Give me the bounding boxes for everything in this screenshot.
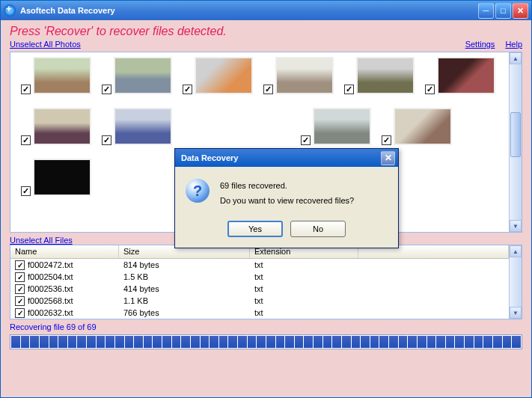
- photo-checkbox[interactable]: [382, 135, 391, 145]
- photo-checkbox[interactable]: [301, 135, 311, 145]
- photo-checkbox[interactable]: [425, 85, 435, 94]
- photo-item[interactable]: [183, 57, 253, 94]
- files-section: Unselect All Files Name Size Extension f…: [10, 236, 522, 319]
- photo-item[interactable]: [263, 57, 334, 94]
- photo-checkbox[interactable]: [102, 85, 111, 94]
- photo-item[interactable]: [102, 57, 172, 94]
- settings-link[interactable]: Settings: [465, 40, 495, 49]
- yes-button[interactable]: Yes: [227, 221, 283, 237]
- photo-item[interactable]: [344, 57, 415, 94]
- photo-item[interactable]: [21, 159, 91, 196]
- photo-thumbnail[interactable]: [313, 108, 371, 145]
- scrollbar-handle[interactable]: [510, 112, 521, 157]
- file-row[interactable]: f0002472.txt814 bytestxt: [10, 259, 509, 271]
- file-row[interactable]: f0002568.txt1.1 KBtxt: [10, 295, 509, 307]
- column-name[interactable]: Name: [10, 245, 119, 258]
- file-checkbox[interactable]: [15, 284, 25, 294]
- help-link[interactable]: Help: [505, 40, 522, 49]
- photo-item[interactable]: [425, 57, 495, 94]
- files-scrollbar[interactable]: ▲ ▼: [509, 245, 522, 319]
- file-row[interactable]: f0002632.txt766 bytestxt: [10, 307, 509, 319]
- file-size: 1.5 KB: [119, 272, 250, 281]
- file-name: f0002536.txt: [28, 284, 73, 293]
- file-checkbox[interactable]: [15, 296, 25, 306]
- file-size: 414 bytes: [119, 284, 250, 293]
- scroll-up-icon[interactable]: ▲: [510, 245, 522, 257]
- app-icon: [4, 4, 16, 16]
- scroll-down-icon[interactable]: ▼: [510, 307, 522, 319]
- photo-thumbnail[interactable]: [275, 57, 334, 94]
- photo-checkbox[interactable]: [344, 85, 354, 94]
- file-size: 814 bytes: [119, 260, 250, 269]
- file-row[interactable]: f0002504.txt1.5 KBtxt: [10, 271, 509, 283]
- photo-item[interactable]: [382, 108, 452, 145]
- file-size: 766 bytes: [119, 308, 250, 317]
- close-button[interactable]: ✕: [513, 3, 528, 19]
- scroll-down-icon[interactable]: ▼: [510, 220, 522, 232]
- unselect-all-photos-link[interactable]: Unselect All Photos: [10, 40, 81, 49]
- photo-item[interactable]: [301, 108, 371, 145]
- photo-checkbox[interactable]: [183, 85, 192, 94]
- no-button[interactable]: No: [290, 221, 346, 237]
- file-name: f0002504.txt: [28, 272, 73, 281]
- thumbnails-scrollbar[interactable]: ▲ ▼: [509, 52, 522, 232]
- question-icon: ?: [186, 179, 210, 203]
- photo-checkbox[interactable]: [102, 135, 111, 145]
- photo-thumbnail[interactable]: [33, 57, 91, 94]
- photo-thumbnail[interactable]: [33, 159, 91, 196]
- photo-thumbnail[interactable]: [356, 57, 415, 94]
- photo-thumbnail[interactable]: [437, 57, 495, 94]
- photo-checkbox[interactable]: [21, 186, 31, 196]
- photo-thumbnail[interactable]: [114, 108, 172, 145]
- file-name: f0002472.txt: [28, 260, 73, 269]
- titlebar: Asoftech Data Recovery ─ □ ✕: [1, 1, 531, 20]
- file-checkbox[interactable]: [15, 308, 25, 318]
- photo-thumbnail[interactable]: [114, 57, 172, 94]
- photo-item[interactable]: [102, 108, 172, 145]
- file-row[interactable]: f0002536.txt414 bytestxt: [10, 283, 509, 295]
- dialog-close-button[interactable]: ✕: [381, 151, 395, 165]
- dialog-line2: Do you want to view recovered files?: [220, 194, 354, 209]
- window-buttons: ─ □ ✕: [478, 3, 528, 19]
- file-ext: txt: [250, 260, 358, 269]
- top-links: Unselect All Photos Settings Help: [1, 40, 531, 52]
- photo-thumbnail[interactable]: [394, 108, 452, 145]
- photo-thumbnail[interactable]: [33, 108, 91, 145]
- dialog-line1: 69 files recovered.: [220, 179, 354, 194]
- file-ext: txt: [250, 308, 358, 317]
- instruction-text: Press 'Recover' to recover files detecte…: [1, 20, 531, 40]
- window-title: Asoftech Data Recovery: [20, 6, 478, 15]
- scroll-up-icon[interactable]: ▲: [510, 52, 522, 64]
- dialog-title: Data Recovery: [178, 153, 381, 162]
- photo-item[interactable]: [21, 57, 91, 94]
- progress-bar: [10, 334, 522, 349]
- file-name: f0002568.txt: [28, 296, 73, 305]
- status-text: Recovering file 69 of 69: [1, 319, 531, 334]
- photo-thumbnail[interactable]: [195, 57, 253, 94]
- file-size: 1.1 KB: [119, 296, 250, 305]
- photo-checkbox[interactable]: [21, 135, 31, 145]
- dialog-message: 69 files recovered. Do you want to view …: [220, 179, 354, 209]
- photo-checkbox[interactable]: [21, 85, 31, 94]
- maximize-button[interactable]: □: [495, 3, 511, 19]
- file-checkbox[interactable]: [15, 272, 25, 282]
- unselect-all-files-link[interactable]: Unselect All Files: [10, 236, 73, 245]
- file-ext: txt: [250, 296, 358, 305]
- file-ext: txt: [250, 284, 358, 293]
- photo-item[interactable]: [21, 108, 91, 145]
- minimize-button[interactable]: ─: [478, 3, 494, 19]
- recovery-dialog: Data Recovery ✕ ? 69 files recovered. Do…: [174, 148, 399, 248]
- photo-checkbox[interactable]: [263, 85, 273, 94]
- file-name: f0002632.txt: [28, 308, 73, 317]
- file-ext: txt: [250, 272, 358, 281]
- file-checkbox[interactable]: [15, 260, 25, 270]
- dialog-titlebar: Data Recovery ✕: [175, 149, 398, 167]
- files-list: Name Size Extension f0002472.txt814 byte…: [10, 245, 522, 319]
